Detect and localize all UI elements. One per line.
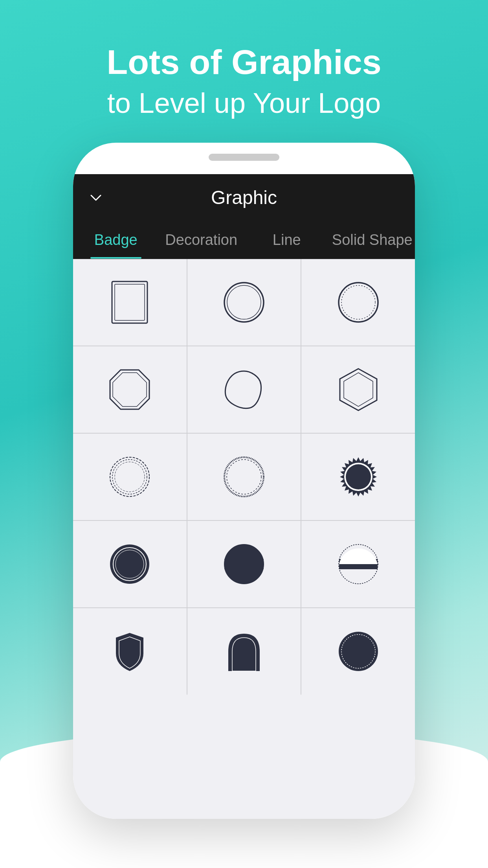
back-button[interactable] (89, 191, 103, 205)
tab-solid-shape[interactable]: Solid Shape (330, 221, 415, 259)
tab-decoration[interactable]: Decoration (159, 221, 244, 259)
phone-frame: Graphic Badge Decoration Line Solid Shap… (73, 143, 415, 819)
graphic-hexagon-double[interactable] (301, 346, 415, 433)
graphic-circle-bottom[interactable] (301, 608, 415, 695)
graphic-circle-rope[interactable] (187, 434, 301, 520)
header-bar: Graphic (73, 174, 415, 221)
hero-title: Lots of Graphics (106, 43, 381, 81)
graphic-octagon[interactable] (73, 346, 187, 433)
hero-subtitle: to Level up Your Logo (106, 87, 381, 119)
svg-marker-7 (113, 373, 147, 406)
svg-point-11 (112, 460, 147, 494)
svg-point-10 (110, 457, 149, 497)
svg-marker-6 (110, 370, 149, 409)
svg-rect-0 (112, 281, 147, 323)
svg-point-16 (346, 464, 371, 489)
svg-marker-9 (344, 373, 373, 406)
header-title: Graphic (211, 187, 277, 208)
tab-bar: Badge Decoration Line Solid Shape (73, 221, 415, 259)
graphic-shield-badge[interactable] (73, 608, 187, 695)
svg-point-5 (341, 285, 375, 319)
graphic-circle-chain[interactable] (73, 434, 187, 520)
svg-point-12 (115, 462, 145, 492)
graphic-arch-badge[interactable] (187, 608, 301, 695)
hero-section: Lots of Graphics to Level up Your Logo (106, 43, 381, 119)
phone-speaker (209, 154, 279, 161)
svg-point-17 (110, 544, 149, 584)
content-scroll (73, 259, 415, 819)
graphic-circle-dotted[interactable] (301, 259, 415, 346)
svg-marker-8 (340, 369, 377, 410)
svg-point-2 (224, 283, 264, 322)
graphic-badge-dark[interactable] (73, 521, 187, 607)
graphic-rect-border[interactable] (73, 259, 187, 346)
phone-screen: Graphic Badge Decoration Line Solid Shap… (73, 174, 415, 819)
tab-line[interactable]: Line (244, 221, 330, 259)
graphic-circle-split-dotted[interactable] (301, 521, 415, 607)
svg-point-13 (224, 457, 264, 497)
svg-point-3 (227, 285, 261, 319)
svg-point-27 (339, 632, 378, 671)
svg-rect-1 (115, 284, 145, 320)
graphic-blob[interactable] (187, 346, 301, 433)
svg-point-4 (339, 283, 378, 322)
graphics-grid (73, 259, 415, 695)
graphic-sunburst[interactable] (301, 434, 415, 520)
graphic-circle-band-dark[interactable] (187, 521, 301, 607)
svg-point-14 (227, 460, 261, 494)
tab-badge[interactable]: Badge (73, 221, 159, 259)
graphic-circle-thin[interactable] (187, 259, 301, 346)
